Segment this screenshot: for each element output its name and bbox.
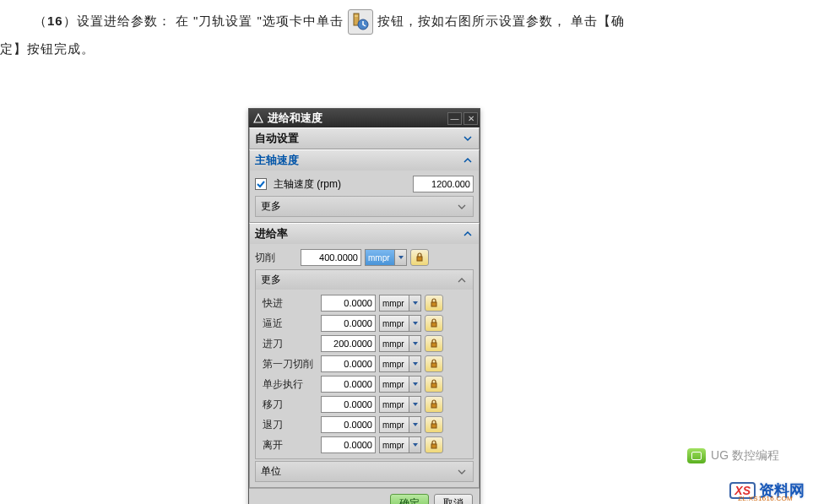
- feed-row: 退刀mmpr: [263, 415, 466, 435]
- svg-rect-7: [431, 363, 436, 367]
- feed-more-header[interactable]: 更多: [256, 270, 473, 290]
- feed-unit-select[interactable]: mmpr: [379, 315, 421, 332]
- feed-row: 逼近mmpr: [263, 313, 466, 333]
- section-header-spindle[interactable]: 主轴速度: [250, 150, 479, 171]
- feed-row: 离开mmpr: [263, 435, 466, 455]
- section-auto-settings: 自动设置: [249, 127, 480, 149]
- feed-unit-select[interactable]: mmpr: [379, 416, 421, 433]
- feed-value-input[interactable]: [321, 436, 376, 453]
- feed-value-input[interactable]: [321, 295, 376, 312]
- feed-lock-button[interactable]: [425, 396, 443, 413]
- feeds-speeds-toolbar-icon: [348, 9, 373, 35]
- feed-unit-select[interactable]: mmpr: [379, 355, 421, 372]
- feed-rows-container: 快进mmpr逼近mmpr进刀mmpr第一刀切削mmpr单步执行mmpr移刀mmp…: [256, 290, 473, 458]
- cut-unit-select[interactable]: mmpr: [365, 249, 407, 266]
- spindle-rpm-input[interactable]: [413, 176, 474, 192]
- svg-rect-11: [431, 444, 436, 448]
- dropdown-arrow-icon: [409, 397, 420, 412]
- spindle-more-header[interactable]: 更多: [256, 197, 473, 216]
- feed-row: 移刀mmpr: [263, 394, 466, 415]
- feed-row-label: 第一刀切削: [263, 357, 317, 371]
- minimize-button[interactable]: —: [447, 112, 462, 125]
- watermark-url: ZL.XS1616.COM: [738, 495, 793, 502]
- watermark-site: XS 资料网 ZL.XS1616.COM: [729, 480, 805, 501]
- dialog-icon: [252, 112, 264, 124]
- dialog-title: 进给和速度: [268, 111, 446, 126]
- chevron-down-icon: [462, 133, 474, 144]
- feed-lock-button[interactable]: [425, 295, 443, 312]
- spindle-rpm-label: 主轴速度 (rpm): [274, 177, 409, 192]
- feed-lock-button[interactable]: [425, 355, 443, 372]
- section-feedrate: 进给率 切削 mmpr 更多: [249, 223, 480, 488]
- feed-unit-select[interactable]: mmpr: [379, 295, 421, 312]
- dropdown-arrow-icon: [409, 377, 420, 392]
- cut-label: 切削: [255, 251, 297, 265]
- svg-rect-6: [431, 343, 436, 347]
- feed-value-input[interactable]: [321, 315, 376, 332]
- dropdown-arrow-icon: [409, 417, 420, 432]
- close-button[interactable]: ✕: [463, 112, 478, 125]
- feed-row: 快进mmpr: [263, 293, 466, 313]
- chevron-up-icon: [462, 228, 474, 240]
- cut-value-input[interactable]: [301, 249, 361, 266]
- dropdown-arrow-icon: [409, 336, 420, 351]
- svg-rect-3: [417, 257, 422, 261]
- feed-value-input[interactable]: [321, 335, 376, 352]
- feed-row-label: 单步执行: [263, 377, 317, 392]
- svg-rect-4: [431, 302, 436, 306]
- feed-row-label: 退刀: [263, 418, 317, 432]
- feed-row-label: 快进: [263, 296, 317, 311]
- ok-button[interactable]: 确定: [390, 494, 429, 504]
- chevron-down-icon: [456, 466, 468, 478]
- feed-lock-button[interactable]: [425, 376, 443, 393]
- feed-row: 单步执行mmpr: [263, 374, 466, 394]
- dropdown-arrow-icon: [409, 295, 420, 311]
- feed-unit-select[interactable]: mmpr: [379, 335, 421, 352]
- dropdown-arrow-icon: [409, 437, 420, 453]
- spindle-rpm-row: 主轴速度 (rpm): [255, 174, 474, 194]
- wechat-icon: [687, 448, 706, 463]
- feed-value-input[interactable]: [321, 376, 376, 393]
- feed-unit-select[interactable]: mmpr: [379, 396, 421, 413]
- feed-row: 进刀mmpr: [263, 333, 466, 354]
- feed-value-input[interactable]: [321, 355, 376, 372]
- chevron-up-icon: [456, 274, 468, 286]
- chevron-down-icon: [456, 201, 468, 213]
- svg-rect-1: [355, 15, 358, 17]
- spindle-rpm-checkbox[interactable]: [255, 178, 267, 190]
- feed-value-input[interactable]: [321, 396, 376, 413]
- feed-lock-button[interactable]: [425, 436, 443, 453]
- feed-row-label: 离开: [263, 438, 317, 453]
- cut-lock-button[interactable]: [410, 249, 429, 266]
- spindle-more-subsection: 更多: [255, 196, 474, 217]
- feed-unit-select[interactable]: mmpr: [379, 376, 421, 393]
- feed-lock-button[interactable]: [425, 335, 443, 352]
- watermark-wechat: UG 数控编程: [687, 448, 779, 463]
- feeds-and-speeds-dialog: 进给和速度 — ✕ 自动设置 主轴速度 主轴速度 (rpm): [248, 108, 480, 504]
- feed-unit-select[interactable]: mmpr: [379, 436, 421, 453]
- feed-value-input[interactable]: [321, 416, 376, 433]
- chevron-up-icon: [462, 154, 474, 166]
- unit-header[interactable]: 单位: [256, 462, 473, 481]
- svg-rect-8: [431, 383, 436, 387]
- cut-feed-row: 切削 mmpr: [255, 247, 474, 268]
- feed-row-label: 逼近: [263, 317, 317, 331]
- section-header-auto[interactable]: 自动设置: [250, 128, 479, 149]
- unit-subsection: 单位: [255, 461, 474, 482]
- svg-rect-10: [431, 424, 436, 428]
- feed-row-label: 移刀: [263, 398, 317, 412]
- feed-more-subsection: 更多 快进mmpr逼近mmpr进刀mmpr第一刀切削mmpr单步执行mmpr移刀…: [255, 269, 474, 459]
- dialog-titlebar[interactable]: 进给和速度 — ✕: [249, 109, 480, 127]
- feed-lock-button[interactable]: [425, 315, 443, 332]
- svg-rect-5: [431, 322, 436, 327]
- feed-row-label: 进刀: [263, 337, 317, 351]
- feed-lock-button[interactable]: [425, 416, 443, 433]
- dropdown-arrow-icon: [409, 316, 420, 331]
- instruction-paragraph: （16）设置进给参数： 在 "刀轨设置 "选项卡中单击 按钮，按如右图所示设置参…: [0, 0, 813, 62]
- section-header-feedrate[interactable]: 进给率: [250, 224, 479, 244]
- dropdown-arrow-icon: [394, 250, 406, 265]
- dialog-footer: 确定 取消: [249, 488, 480, 504]
- section-spindle-speed: 主轴速度 主轴速度 (rpm) 更多: [249, 149, 480, 223]
- feed-row: 第一刀切削mmpr: [263, 354, 466, 374]
- cancel-button[interactable]: 取消: [434, 494, 473, 504]
